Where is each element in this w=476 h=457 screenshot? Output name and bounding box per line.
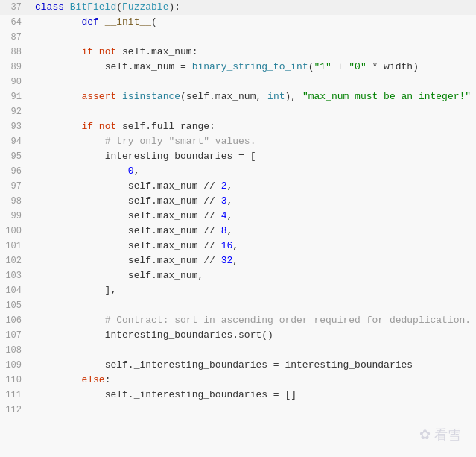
line-number: 37 <box>0 0 34 15</box>
line-content: interesting_boundaries = [ <box>34 149 476 164</box>
token-funcname: __init__ <box>105 16 151 28</box>
code-line: 110 else: <box>0 373 476 388</box>
token-builtin: binary_string_to_int <box>192 61 308 72</box>
code-line: 37class BitField(Fuzzable): <box>0 0 476 15</box>
line-number: 90 <box>0 75 34 89</box>
code-line: 88 if not self.max_num: <box>0 45 476 60</box>
line-content <box>34 403 476 417</box>
token-op: ( <box>151 16 157 28</box>
line-content: self._interesting_boundaries = [] <box>34 388 476 403</box>
code-line: 111 self._interesting_boundaries = [] <box>0 388 476 403</box>
token-string: "max_num must be an integer!" <box>302 91 471 102</box>
line-content: if not self.full_range: <box>34 119 476 134</box>
code-line: 96 0, <box>0 164 476 179</box>
line-number: 99 <box>0 209 34 224</box>
line-number: 107 <box>0 328 34 343</box>
line-content <box>34 343 476 358</box>
code-line: 94 # try only "smart" values. <box>0 134 476 149</box>
line-number: 103 <box>0 268 34 283</box>
code-line: 87 <box>0 30 476 45</box>
line-number: 64 <box>0 15 34 30</box>
line-number: 98 <box>0 194 34 209</box>
line-number: 105 <box>0 298 34 313</box>
code-line: 99 self.max_num // 4, <box>0 209 476 224</box>
line-number: 94 <box>0 134 34 149</box>
line-number: 109 <box>0 358 34 373</box>
line-number: 101 <box>0 239 34 253</box>
line-content: self._interesting_boundaries = interesti… <box>34 358 476 373</box>
line-number: 93 <box>0 119 34 134</box>
line-number: 95 <box>0 149 34 164</box>
code-line: 89 self.max_num = binary_string_to_int("… <box>0 60 476 75</box>
line-content <box>34 30 476 45</box>
token-kw-def: def <box>81 16 104 28</box>
code-line: 97 self.max_num // 2, <box>0 179 476 194</box>
code-line: 108 <box>0 343 476 358</box>
code-line: 102 self.max_num // 32, <box>0 253 476 268</box>
token-kw-class: class <box>35 1 70 13</box>
token-string: "0" <box>349 61 366 72</box>
line-content: self.max_num // 2, <box>34 179 476 194</box>
line-content: self.max_num = binary_string_to_int("1" … <box>34 60 476 75</box>
line-content: self.max_num // 8, <box>34 224 476 239</box>
code-line: 101 self.max_num // 16, <box>0 239 476 253</box>
line-content <box>34 75 476 89</box>
line-content: class BitField(Fuzzable): <box>34 0 476 15</box>
token-builtin: int <box>267 91 285 102</box>
token-builtin: isinstance <box>122 91 180 102</box>
line-content: else: <box>34 373 476 388</box>
line-number: 102 <box>0 253 34 268</box>
token-kw-if: if <box>81 121 98 132</box>
code-line: 93 if not self.full_range: <box>0 119 476 134</box>
token-number: 8 <box>221 225 227 236</box>
line-number: 108 <box>0 343 34 358</box>
token-kw-not: not <box>99 46 122 57</box>
line-number: 91 <box>0 89 34 104</box>
token-kw-if: if <box>81 46 98 57</box>
code-line: 98 self.max_num // 3, <box>0 194 476 209</box>
code-line: 104 ], <box>0 283 476 298</box>
line-content: 0, <box>34 164 476 179</box>
line-content: interesting_boundaries.sort() <box>34 328 476 343</box>
line-content: if not self.max_num: <box>34 45 476 60</box>
token-number: 0 <box>128 166 134 177</box>
code-line: 92 <box>0 104 476 119</box>
line-content: self.max_num // 16, <box>34 239 476 253</box>
token-number: 2 <box>221 180 227 192</box>
code-line: 103 self.max_num, <box>0 268 476 283</box>
code-line: 95 interesting_boundaries = [ <box>0 149 476 164</box>
token-classname: BitField <box>70 1 116 13</box>
code-line: 90 <box>0 75 476 89</box>
line-content: self.max_num // 4, <box>34 209 476 224</box>
token-string: "1" <box>314 61 331 72</box>
code-line: 100 self.max_num // 8, <box>0 224 476 239</box>
token-number: 32 <box>221 255 233 266</box>
code-line: 64 def __init__( <box>0 15 476 30</box>
line-number: 106 <box>0 313 34 328</box>
token-op: ( <box>116 1 122 13</box>
line-content: self.max_num // 3, <box>34 194 476 209</box>
token-number: 3 <box>221 195 227 207</box>
line-number: 88 <box>0 45 34 60</box>
line-content: assert isinstance(self.max_num, int), "m… <box>34 89 476 104</box>
line-number: 111 <box>0 388 34 403</box>
line-number: 112 <box>0 403 34 417</box>
line-number: 97 <box>0 179 34 194</box>
token-kw-else: else <box>81 374 104 385</box>
line-content <box>34 298 476 313</box>
code-line: 112 <box>0 403 476 417</box>
line-content <box>34 104 476 119</box>
token-classname: Fuzzable <box>122 1 168 13</box>
code-line: 109 self._interesting_boundaries = inter… <box>0 358 476 373</box>
token-op: ): <box>168 1 180 13</box>
line-content: self.max_num // 32, <box>34 253 476 268</box>
code-line: 91 assert isinstance(self.max_num, int),… <box>0 89 476 104</box>
line-content: # Contract: sort in ascending order requ… <box>34 313 476 328</box>
code-line: 105 <box>0 298 476 313</box>
line-content: self.max_num, <box>34 268 476 283</box>
token-comment: # Contract: sort in ascending order requ… <box>105 315 471 326</box>
token-comment: # try only "smart" values. <box>105 136 256 147</box>
line-number: 89 <box>0 60 34 75</box>
token-kw-assert: assert <box>81 91 122 102</box>
line-number: 100 <box>0 224 34 239</box>
